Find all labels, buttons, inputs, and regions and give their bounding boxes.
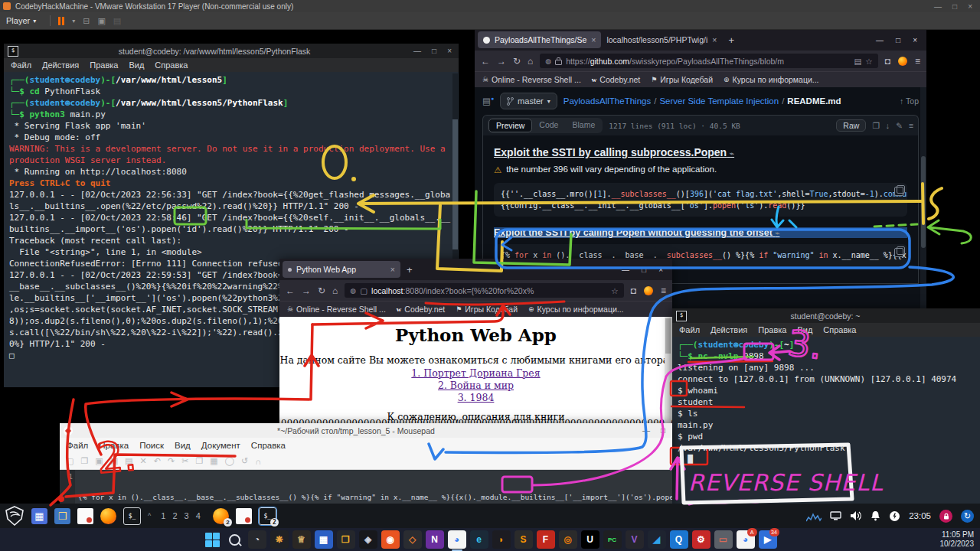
terminal-launcher-icon[interactable]: $_ bbox=[123, 507, 141, 525]
shield-icon[interactable]: ◍ bbox=[350, 287, 356, 295]
book-link-1[interactable]: 1. Портрет Дориана Грея bbox=[279, 367, 672, 379]
f-red-app[interactable]: F bbox=[537, 530, 555, 549]
logout-icon[interactable]: ↻ bbox=[961, 510, 974, 523]
vmware-ctrl-alt-del-icon[interactable]: ⊟ bbox=[83, 16, 90, 26]
ubuntu-app[interactable]: ◉ bbox=[381, 530, 400, 549]
extensions-shield-icon[interactable]: ◘ bbox=[885, 56, 890, 67]
breadcrumb-repo[interactable]: PayloadsAllTheThings bbox=[564, 96, 651, 106]
terminal1-menu-item[interactable]: Справка bbox=[155, 60, 188, 70]
search-replace-icon[interactable]: ↺ bbox=[241, 456, 248, 466]
vmware-maximize-button[interactable]: □ bbox=[952, 2, 957, 11]
search-icon[interactable]: ◯ bbox=[225, 456, 234, 466]
reload-button[interactable]: ↻ bbox=[513, 56, 521, 67]
start-button[interactable] bbox=[204, 530, 222, 549]
mousepad-menu-item[interactable]: Документ bbox=[201, 441, 240, 450]
vmware-close-button[interactable]: × bbox=[968, 2, 972, 11]
onenote-app[interactable]: N bbox=[426, 530, 444, 549]
tab-preview[interactable]: Preview bbox=[488, 119, 532, 132]
mousepad-menu-item[interactable]: Вид bbox=[175, 441, 191, 450]
tab-code[interactable]: Code bbox=[532, 119, 565, 132]
color-wheel-app[interactable]: ❋ bbox=[270, 530, 289, 549]
tab-close-icon[interactable]: × bbox=[712, 35, 717, 44]
terminal1-maximize-button[interactable]: □ bbox=[432, 47, 436, 55]
forward-button[interactable]: → bbox=[497, 56, 506, 67]
top-link[interactable]: ↑ Top bbox=[900, 96, 919, 106]
shield-icon[interactable]: ◍ bbox=[545, 57, 551, 65]
bookmark-codeby[interactable]: wCodeby.net bbox=[397, 305, 445, 314]
notification-bell-icon[interactable] bbox=[871, 510, 880, 521]
terminal1-close-button[interactable]: × bbox=[447, 47, 452, 55]
volume-icon[interactable] bbox=[850, 510, 862, 521]
copy-icon[interactable]: ❐ bbox=[195, 456, 203, 466]
bookmark-games[interactable]: ⚑Игры Кодебай bbox=[651, 75, 713, 84]
vscode-app[interactable]: ◢ bbox=[648, 530, 666, 549]
breadcrumb-folder[interactable]: Server Side Template Injection bbox=[659, 96, 779, 106]
terminal1-menu-item[interactable]: Файл bbox=[11, 60, 31, 70]
unreal-app[interactable]: U bbox=[581, 530, 599, 549]
copy-code-icon[interactable] bbox=[894, 248, 903, 257]
bookmark-games[interactable]: ⚑Игры Кодебай bbox=[456, 305, 518, 314]
tab-payloadsallthethings[interactable]: PayloadsAllTheThings/Se × bbox=[478, 31, 601, 48]
webapp-window-close[interactable]: × bbox=[658, 266, 663, 274]
vmware-fullscreen-icon[interactable]: ▣ bbox=[97, 16, 105, 26]
terminal1-menu-item[interactable]: Действия bbox=[42, 60, 79, 70]
go-to-icon[interactable]: ∩ bbox=[255, 457, 261, 466]
terminal2-titlebar[interactable]: $ student@codeby: ~ bbox=[672, 308, 980, 323]
webapp-scrollbar[interactable] bbox=[665, 317, 671, 429]
terminal2-menu-item[interactable]: Правка bbox=[758, 325, 786, 334]
app-menu-icon[interactable]: ≡ bbox=[915, 56, 920, 67]
edit-pencil-icon[interactable]: ✎ bbox=[896, 121, 903, 130]
firefox-launcher-icon[interactable] bbox=[100, 508, 116, 524]
vmware-pause-button[interactable] bbox=[58, 17, 64, 25]
vmware-player-menu[interactable]: Player▾ bbox=[0, 15, 42, 27]
mousepad-minimize-button[interactable]: — bbox=[642, 426, 650, 435]
outline-icon[interactable]: ≡ bbox=[909, 121, 913, 130]
vmware-workstation[interactable]: ◇ bbox=[403, 530, 422, 549]
visual-studio-app[interactable]: V bbox=[626, 530, 644, 549]
new-file-icon[interactable]: ▢ bbox=[66, 456, 74, 466]
github-window-maximize[interactable]: □ bbox=[896, 36, 900, 44]
gear-red-app[interactable]: ⚙ bbox=[692, 530, 710, 549]
back-button[interactable]: ← bbox=[286, 285, 295, 296]
webapp-window-maximize[interactable]: □ bbox=[642, 266, 646, 274]
show-desktop-icon[interactable]: ▦ bbox=[31, 508, 47, 524]
panel-expand-icon[interactable]: ^ bbox=[148, 512, 151, 520]
speedtest-app[interactable]: ◔ bbox=[248, 530, 266, 549]
tab-close-icon[interactable]: × bbox=[390, 265, 395, 274]
webapp-window-minimize[interactable]: — bbox=[622, 266, 629, 274]
bookmark-courses[interactable]: ⊕Курсы по информаци... bbox=[528, 305, 623, 314]
edge-browser[interactable]: e bbox=[470, 530, 488, 549]
close-file-icon[interactable]: ✕ bbox=[140, 456, 147, 466]
blue-messenger-app[interactable]: ▶34 bbox=[759, 530, 777, 549]
file-explorer[interactable]: ❒ bbox=[337, 530, 355, 549]
game-figure-app[interactable]: ♕ bbox=[292, 530, 311, 549]
tab-blame[interactable]: Blame bbox=[565, 119, 602, 132]
kali-menu-icon[interactable] bbox=[5, 506, 24, 526]
terminal-task-button[interactable]: $_2 bbox=[259, 507, 276, 525]
book-link-2[interactable]: 2. Война и мир bbox=[279, 380, 672, 391]
terminal1-titlebar[interactable]: $ student@codeby: /var/www/html/lesson5/… bbox=[4, 44, 459, 58]
url-bar[interactable]: ◍ ▢ localhost:8080/index?book={%%20for%2… bbox=[345, 283, 623, 298]
reader-view-icon[interactable]: ▤ bbox=[854, 57, 861, 66]
back-button[interactable]: ← bbox=[481, 56, 490, 67]
mousepad-titlebar[interactable]: *~/Рабочий стол/tmp_lesson_5 - Mousepad … bbox=[60, 423, 672, 438]
tab-python-web-app[interactable]: Python Web App × bbox=[283, 261, 400, 278]
terminal2-menu-item[interactable]: Справка bbox=[823, 325, 856, 334]
save-icon[interactable]: ▣ bbox=[95, 456, 103, 466]
bookmark-reverse-shell[interactable]: ☠Online - Reverse Shell ... bbox=[482, 75, 581, 84]
terminal1-menu-item[interactable]: Вид bbox=[129, 60, 144, 70]
firefox-account-icon[interactable] bbox=[644, 286, 653, 295]
anchor-link-icon[interactable]: ⌁ bbox=[775, 229, 779, 237]
map-pin-app[interactable]: Q bbox=[670, 530, 688, 549]
terminal1-menu-item[interactable]: Правка bbox=[90, 60, 118, 70]
paste-icon[interactable]: ▦ bbox=[210, 456, 217, 466]
mousepad-menu-item[interactable]: Поиск bbox=[139, 441, 164, 450]
terminal2-menu-item[interactable]: Файл bbox=[679, 325, 700, 334]
new-tab-button[interactable]: + bbox=[722, 34, 740, 46]
bookmark-star-icon[interactable]: ☆ bbox=[611, 286, 618, 295]
firefox-browser[interactable]: ◗ bbox=[492, 530, 511, 549]
undo-icon[interactable]: ↶ bbox=[154, 456, 161, 466]
tab-localhost-phptwig[interactable]: localhost/lesson5/PHPTwig/i × bbox=[601, 31, 722, 48]
mousepad-launcher-icon[interactable] bbox=[77, 508, 93, 524]
terminal2-menu-item[interactable]: Вид bbox=[797, 325, 812, 334]
